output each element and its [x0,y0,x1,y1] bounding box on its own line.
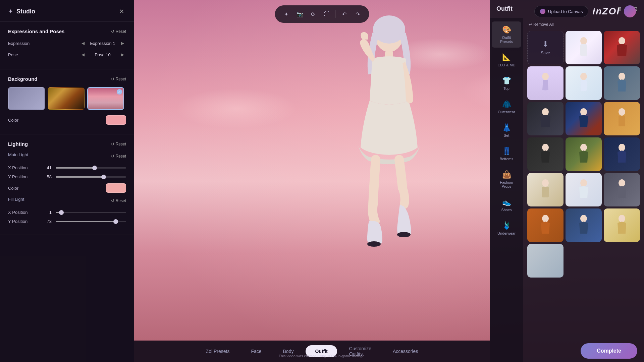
fill-light-x-slider[interactable] [56,212,126,213]
svg-point-1 [373,15,405,44]
app-logo: inZOI [592,6,620,17]
main-light-x-slider[interactable] [56,167,126,169]
tab-accessories[interactable]: Accessories [383,345,427,357]
outfit-save-card[interactable]: ⬇ Save [527,31,564,64]
main-light-y-row: Y Position 58 [8,174,126,179]
set-label: Set [504,133,509,137]
outfit-card-3[interactable] [527,66,564,100]
fill-light-x-row: X Position 1 [8,210,126,215]
shoes-label: Shoes [501,208,512,212]
undo-button[interactable]: ↶ [338,8,351,20]
outfit-card-2[interactable] [604,31,640,64]
fullscreen-tool-button[interactable]: ⛶ [321,8,333,20]
redo-button[interactable]: ↷ [352,8,364,20]
category-shoes[interactable]: 👟 Shoes [492,194,521,216]
background-color-row: Color [8,115,126,125]
main-light-x-row: X Position 41 [8,165,126,170]
move-tool-button[interactable]: ✦ [280,8,292,20]
fill-light-x-thumb[interactable] [59,210,64,215]
pose-next-button[interactable]: ▶ [119,51,126,58]
main-light-color-swatch[interactable] [106,183,126,193]
category-underwear[interactable]: 🩱 Underwear [492,217,521,239]
main-light-y-thumb[interactable] [101,175,106,179]
remove-all-label: Remove All [533,22,554,27]
character-figure [322,0,456,255]
category-fashion-props[interactable]: 👜 FashionProps [492,166,521,192]
background-color-swatch[interactable] [106,115,126,125]
expression-control: Expression ◀ Expression 1 ▶ [8,40,126,47]
expression-prev-button[interactable]: ◀ [79,40,87,47]
fill-light-y-slider[interactable] [56,221,126,222]
main-light-header: Main Light ↺ Reset [8,152,126,160]
lighting-title: Lighting [8,141,28,147]
upload-to-canvas-button[interactable]: Upload to Canvas [534,6,588,17]
category-top[interactable]: 👕 Top [492,72,521,95]
main-light-reset-button[interactable]: ↺ Reset [111,154,126,159]
toolbar-divider [335,10,336,18]
outfit-card-13[interactable] [566,173,602,206]
fill-light-y-thumb[interactable] [113,219,118,224]
outfit-grid-container: ↩ Remove All ⬇ Save [523,18,644,362]
expression-next-button[interactable]: ▶ [119,40,126,47]
upload-icon [540,9,545,14]
panel-title: Studio [16,8,35,15]
category-outerwear[interactable]: 🧥 Outerwear [492,96,521,118]
outfit-card-10[interactable] [566,137,602,171]
outfit-card-9[interactable] [527,137,564,171]
remove-all-button[interactable]: ↩ Remove All [529,22,554,27]
fill-light-reset-button[interactable]: ↺ Reset [111,198,126,203]
user-avatar-button[interactable] [624,5,636,17]
complete-button[interactable]: Complete [581,343,637,359]
rotate-tool-button[interactable]: ⟳ [307,8,319,20]
fill-light-x-label: X Position [8,210,38,215]
tab-zoi-presets[interactable]: Zoi Presets [197,345,239,357]
pose-prev-button[interactable]: ◀ [79,51,87,58]
bg-thumbnail-gray[interactable] [8,87,45,110]
outfit-card-1[interactable] [566,31,602,64]
close-panel-button[interactable]: ✕ [117,7,126,16]
bg-thumbnail-pink-sky[interactable]: ✓ [87,87,124,110]
outfit-card-15[interactable] [527,208,564,242]
camera-tool-button[interactable]: 📷 [294,8,306,20]
fill-light-x-value: 1 [42,210,52,215]
bg-thumbnail-room[interactable] [48,87,85,110]
pose-value: Pose 10 [89,52,116,57]
right-panel: Outfit 🗑 ↕ ⊟ 🎨 OutfitPresets 📐 CLO & MD … [490,0,644,362]
expressions-poses-reset-button[interactable]: ↺ Reset [111,29,126,34]
upload-btn-label: Upload to Canvas [548,9,583,14]
outfit-presets-icon: 🎨 [502,25,511,34]
tab-face[interactable]: Face [241,345,271,357]
outfit-card-11[interactable] [604,137,640,171]
top-right-controls: Upload to Canvas inZOI [534,5,636,17]
outfit-card-4[interactable] [566,66,602,100]
outfit-card-8[interactable] [604,102,640,135]
outfit-card-5[interactable] [604,66,640,100]
svg-point-21 [580,179,587,187]
underwear-icon: 🩱 [502,221,511,230]
outfit-card-17[interactable] [604,208,640,242]
category-set[interactable]: 👗 Set [492,119,521,141]
background-reset-button[interactable]: ↺ Reset [111,77,126,81]
main-light-y-slider[interactable] [56,176,126,178]
outfit-card-12[interactable] [527,173,564,206]
outfit-card-16[interactable] [566,208,602,242]
bottoms-label: Bottoms [500,157,513,161]
main-light-x-thumb[interactable] [92,166,97,170]
top-icon: 👕 [502,76,511,85]
outfit-card-6[interactable] [527,102,564,135]
category-outfit-presets[interactable]: 🎨 OutfitPresets [492,21,521,48]
outfit-card-18[interactable] [527,244,564,278]
left-panel: ✦ Studio ✕ Expressions and Poses ↺ Reset… [0,0,134,362]
panel-title-group: ✦ Studio [8,8,35,15]
main-light-title: Main Light [8,152,28,157]
fashion-props-icon: 👜 [502,170,511,179]
outfit-presets-header: ↩ Remove All [526,21,641,29]
lighting-reset-button[interactable]: ↺ Reset [111,142,126,146]
bg-reset-icon: ↺ [111,77,114,81]
category-bottoms[interactable]: 👖 Bottoms [492,143,521,165]
bottom-tabs: Zoi Presets Face Body Outfit CustomizeOu… [134,341,490,362]
category-clo-md[interactable]: 📐 CLO & MD [492,49,521,71]
outfit-card-14[interactable] [604,173,640,206]
expressions-poses-header: Expressions and Poses ↺ Reset [8,28,126,34]
outfit-card-7[interactable] [566,102,602,135]
